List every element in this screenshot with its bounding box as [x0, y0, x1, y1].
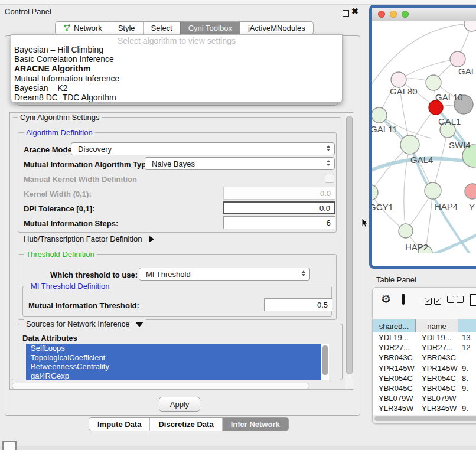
- table-row[interactable]: YDL19...YDL19...13: [373, 332, 476, 343]
- column-header-shared-name[interactable]: shared...: [373, 319, 416, 332]
- tab-impute-data-label: Impute Data: [97, 420, 141, 429]
- tab-infer-network-label: Infer Network: [231, 420, 280, 429]
- network-graph: GALGAL80GAL10GAL1GAL11SWI4GAL4GCY1HAP4YH…: [372, 21, 476, 253]
- network-node-label: HAP2: [405, 242, 428, 252]
- manual-kernel-width-checkbox[interactable]: [325, 174, 334, 183]
- attribute-item-selected[interactable]: gal4RGexp: [26, 371, 321, 381]
- table-cell: YLR345W: [373, 403, 416, 413]
- network-node[interactable]: [391, 72, 406, 87]
- table-cell: YBR045C: [416, 383, 458, 393]
- network-node[interactable]: [426, 75, 441, 90]
- top-strip: [0, 0, 476, 5]
- attribute-item-selected[interactable]: SelfLoops: [26, 344, 321, 353]
- network-node[interactable]: [464, 21, 476, 31]
- algorithm-option[interactable]: Dream8 DC_TDC Algorithm: [11, 93, 342, 102]
- aracne-mode-combobox[interactable]: Discovery: [71, 142, 335, 155]
- control-panel-tabbar: Network Style Select Cyni Toolbox jActiv…: [55, 21, 314, 35]
- sources-group-title: Sources for Network Inference: [24, 319, 146, 328]
- mi-algorithm-type-combobox[interactable]: Naive Bayes: [145, 157, 335, 170]
- kernel-width-field[interactable]: 0.0: [223, 187, 335, 200]
- kernel-width-label: Kernel Width (0,1):: [24, 190, 92, 198]
- network-node-label: Y: [469, 202, 475, 212]
- network-node[interactable]: [372, 107, 387, 123]
- which-threshold-value: MI Threshold: [146, 270, 191, 279]
- tab-infer-network[interactable]: Infer Network: [222, 418, 288, 431]
- mi-algorithm-type-label: Mutual Information Algorithm Type:: [24, 160, 153, 169]
- which-threshold-combobox[interactable]: MI Threshold: [139, 268, 310, 281]
- expand-down-icon[interactable]: [135, 322, 144, 327]
- tab-impute-data[interactable]: Impute Data: [89, 418, 149, 431]
- tab-cyni-toolbox[interactable]: Cyni Toolbox: [180, 22, 240, 34]
- network-tab-icon: [63, 24, 71, 32]
- gear-icon[interactable]: ⚙: [381, 294, 391, 305]
- table-cell: YBR045C: [373, 383, 416, 393]
- network-node[interactable]: [429, 100, 443, 115]
- table-cell: 9.: [458, 383, 476, 393]
- network-node-label: GAL11: [372, 124, 397, 134]
- column-header-name[interactable]: name: [416, 319, 458, 332]
- algorithm-dropdown-popup: Select algorithm to view settings Bayesi…: [11, 34, 343, 103]
- aracne-mode-label: Aracne Mode:: [24, 145, 74, 154]
- select-all-checkboxes-icon[interactable]: ✓✓: [425, 296, 444, 305]
- data-attributes-label: Data Attributes: [22, 334, 77, 343]
- algorithm-option[interactable]: Mutual Information Inference: [11, 74, 342, 83]
- algorithm-option[interactable]: Basic Correlation Inference: [11, 54, 342, 64]
- algorithm-option[interactable]: Bayesian – Hill Climbing: [11, 45, 342, 54]
- network-node-label: GAL80: [390, 86, 418, 96]
- bottom-tabbar: Impute Data Discretize Data Infer Networ…: [89, 417, 289, 431]
- network-node[interactable]: [450, 51, 465, 67]
- table-row[interactable]: YLR345WYLR345W9.: [373, 403, 476, 413]
- network-view-window[interactable]: GALGAL80GAL10GAL1GAL11SWI4GAL4GCY1HAP4YH…: [369, 5, 476, 269]
- network-window-titlebar[interactable]: [372, 8, 476, 21]
- mi-steps-field[interactable]: 6: [223, 216, 335, 229]
- deselect-all-checkboxes-icon[interactable]: [447, 296, 466, 305]
- attributes-list-scrollbar-thumb[interactable]: [322, 345, 328, 375]
- data-attributes-list[interactable]: SelfLoops TopologicalCoefficient Between…: [26, 344, 329, 380]
- settings-vertical-scrollbar-thumb[interactable]: [346, 116, 353, 374]
- table-horizontal-scrollbar-thumb[interactable]: [374, 416, 476, 421]
- table-cell: YBR043C: [373, 353, 416, 363]
- tab-jactivemnodules[interactable]: jActiveMNodules: [240, 22, 313, 34]
- network-node[interactable]: [465, 184, 476, 199]
- close-window-icon[interactable]: [378, 11, 385, 18]
- table-row[interactable]: YBR043CYBR043C: [373, 353, 476, 363]
- attribute-item-selected[interactable]: BetweennessCentrality: [26, 362, 321, 371]
- network-node-label: GAL10: [435, 92, 463, 102]
- settings-horizontal-scrollbar-thumb[interactable]: [12, 383, 309, 389]
- table-row[interactable]: YBR045CYBR045C9.: [373, 383, 476, 393]
- tab-style[interactable]: Style: [110, 22, 143, 34]
- network-node[interactable]: [399, 224, 413, 238]
- algorithm-option[interactable]: Bayesian – K2: [11, 83, 342, 93]
- split-columns-icon[interactable]: [402, 294, 405, 305]
- attribute-item-selected[interactable]: TopologicalCoefficient: [26, 353, 321, 363]
- float-panel-icon[interactable]: [343, 10, 349, 17]
- sources-title-text: Sources for Network Inference: [26, 319, 130, 328]
- tab-select[interactable]: Select: [143, 22, 180, 34]
- mi-threshold-field[interactable]: 0.5: [264, 298, 332, 311]
- network-node-label: HAP4: [435, 201, 458, 211]
- table-cell: YBL079W: [416, 393, 458, 403]
- minimize-window-icon[interactable]: [390, 11, 397, 18]
- tab-discretize-data[interactable]: Discretize Data: [149, 418, 221, 431]
- panel-grip-icon[interactable]: [2, 441, 17, 450]
- tab-network[interactable]: Network: [56, 22, 110, 34]
- network-node[interactable]: [425, 182, 441, 199]
- zoom-window-icon[interactable]: [402, 11, 409, 18]
- table-horizontal-scrollbar[interactable]: [373, 415, 476, 423]
- table-row[interactable]: YPR145WYPR145W9.: [373, 363, 476, 373]
- table-row[interactable]: YER054CYER054C8.: [373, 373, 476, 383]
- table-row[interactable]: YDR27...YDR27...12: [373, 343, 476, 353]
- tab-cyni-toolbox-label: Cyni Toolbox: [188, 24, 232, 32]
- table-row[interactable]: YBL079WYBL079W: [373, 393, 476, 403]
- close-panel-icon[interactable]: ✖: [351, 6, 358, 16]
- table-panel-title: Table Panel: [376, 275, 416, 284]
- column-header-extra[interactable]: [458, 319, 476, 332]
- algorithm-option-selected[interactable]: ARACNE Algorithm: [11, 64, 342, 73]
- network-node[interactable]: [400, 135, 419, 154]
- apply-button[interactable]: Apply: [159, 397, 200, 412]
- network-node[interactable]: [372, 185, 378, 200]
- hub-definition-expander[interactable]: Hub/Transcription Factor Definition: [24, 234, 154, 243]
- dpi-tolerance-field[interactable]: 0.0: [223, 201, 335, 214]
- network-canvas[interactable]: GALGAL80GAL10GAL1GAL11SWI4GAL4GCY1HAP4YH…: [372, 21, 476, 253]
- document-icon[interactable]: [470, 294, 476, 306]
